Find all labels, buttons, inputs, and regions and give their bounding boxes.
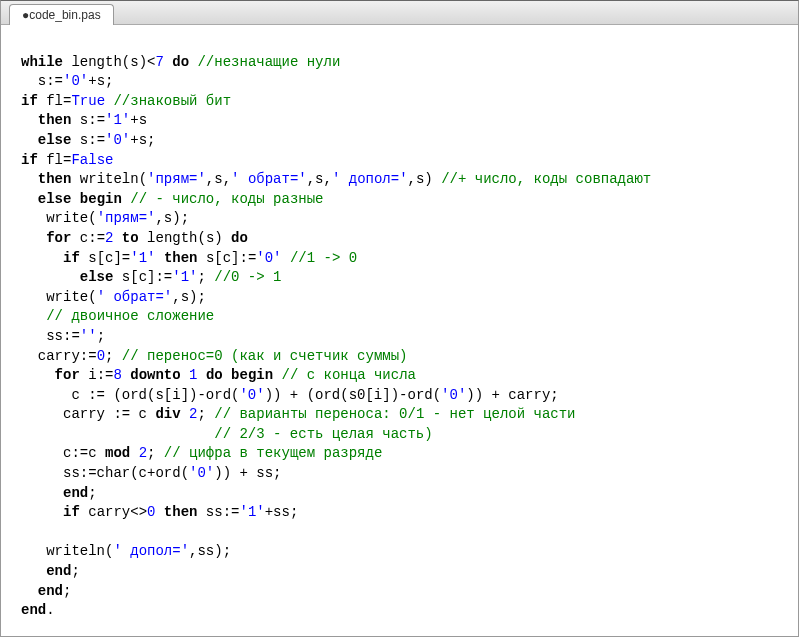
token-plain [164, 54, 172, 70]
token-plain: s[c]:= [197, 250, 256, 266]
token-bool: False [71, 152, 113, 168]
token-kw: for [46, 230, 71, 246]
tab-code-bin[interactable]: ●code_bin.pas [9, 4, 114, 25]
token-plain: ,s); [172, 289, 206, 305]
token-plain: i:= [80, 367, 114, 383]
token-plain [21, 426, 214, 442]
token-str: 'прям=' [147, 171, 206, 187]
token-kw: downto [130, 367, 180, 383]
token-str: '0' [239, 387, 264, 403]
code-line: ss:=''; [21, 327, 798, 347]
token-plain: ; [197, 269, 214, 285]
token-plain [155, 250, 163, 266]
token-kw: end [38, 583, 63, 599]
code-line: end. [21, 601, 798, 621]
token-num: 7 [155, 54, 163, 70]
token-plain: fl= [38, 152, 72, 168]
token-plain: s[c]:= [113, 269, 172, 285]
token-plain [122, 191, 130, 207]
token-plain [223, 367, 231, 383]
token-plain [71, 191, 79, 207]
code-line: carry:=0; // перенос=0 (как и счетчик су… [21, 347, 798, 367]
token-plain [197, 367, 205, 383]
token-plain: s:= [21, 73, 63, 89]
token-plain: c := (ord(s[i])-ord( [21, 387, 239, 403]
code-line: carry := c div 2; // варианты переноса: … [21, 405, 798, 425]
code-line: c := (ord(s[i])-ord('0')) + (ord(s0[i])-… [21, 386, 798, 406]
token-plain: s:= [71, 112, 105, 128]
code-line: ss:=char(c+ord('0')) + ss; [21, 464, 798, 484]
token-plain [21, 191, 38, 207]
token-cm: //0 -> 1 [214, 269, 281, 285]
code-line: then s:='1'+s [21, 111, 798, 131]
token-plain [21, 563, 46, 579]
token-plain: )) + ss; [214, 465, 281, 481]
token-cm: // двоичное сложение [46, 308, 214, 324]
token-num: 0 [97, 348, 105, 364]
code-line: end; [21, 484, 798, 504]
token-cm: // с конца числа [282, 367, 416, 383]
token-plain: ; [105, 348, 122, 364]
code-line [21, 523, 798, 543]
token-str: 'прям=' [97, 210, 156, 226]
token-kw: else [80, 269, 114, 285]
token-str: ' допол=' [113, 543, 189, 559]
code-line: end; [21, 582, 798, 602]
token-str: ' допол=' [332, 171, 408, 187]
token-str: '' [80, 328, 97, 344]
token-plain: carry:= [21, 348, 97, 364]
token-kw: begin [80, 191, 122, 207]
token-str: '1' [172, 269, 197, 285]
token-str: '1' [239, 504, 264, 520]
token-plain: ss:=char(c+ord( [21, 465, 189, 481]
code-line: if s[c]='1' then s[c]:='0' //1 -> 0 [21, 249, 798, 269]
token-str: '0' [256, 250, 281, 266]
token-cm: // перенос=0 (как и счетчик суммы) [122, 348, 408, 364]
code-line: while length(s)<7 do //незначащие нули [21, 53, 798, 73]
token-kw: if [21, 152, 38, 168]
code-line: for c:=2 to length(s) do [21, 229, 798, 249]
token-plain [21, 485, 63, 501]
token-cm: // 2/3 - есть целая часть) [214, 426, 432, 442]
token-str: '1' [130, 250, 155, 266]
token-kw: then [38, 171, 72, 187]
token-kw: end [46, 563, 71, 579]
token-plain: carry<> [80, 504, 147, 520]
token-kw: div [155, 406, 180, 422]
token-str: '1' [105, 112, 130, 128]
code-line [21, 33, 798, 53]
token-plain: )) + carry; [466, 387, 558, 403]
token-plain: c:= [71, 230, 105, 246]
code-line: then writeln('прям=',s,' обрат=',s,' доп… [21, 170, 798, 190]
code-line: // 2/3 - есть целая часть) [21, 425, 798, 445]
token-plain [21, 308, 46, 324]
token-kw: do [172, 54, 189, 70]
token-plain: length(s) [139, 230, 231, 246]
token-plain [21, 132, 38, 148]
token-str: '0' [441, 387, 466, 403]
token-plain: )) + (ord(s0[i])-ord( [265, 387, 441, 403]
code-line: write('прям=',s); [21, 209, 798, 229]
tab-title: ●code_bin.pas [22, 8, 101, 22]
token-cm: //знаковый бит [113, 93, 231, 109]
token-kw: else [38, 191, 72, 207]
token-cm: // варианты переноса: 0/1 - нет целой ча… [214, 406, 575, 422]
token-str: '0' [105, 132, 130, 148]
token-str: ' обрат=' [97, 289, 173, 305]
code-line: else s[c]:='1'; //0 -> 1 [21, 268, 798, 288]
token-plain [273, 367, 281, 383]
token-kw: for [55, 367, 80, 383]
token-plain: length(s)< [63, 54, 155, 70]
token-kw: begin [231, 367, 273, 383]
token-kw: while [21, 54, 63, 70]
token-kw: if [63, 504, 80, 520]
token-cm: //незначащие нули [197, 54, 340, 70]
token-plain [21, 269, 80, 285]
code-editor[interactable]: while length(s)<7 do //незначащие нули s… [1, 25, 798, 636]
token-plain: c:=c [21, 445, 105, 461]
token-plain [21, 250, 63, 266]
token-plain: write( [21, 210, 97, 226]
token-plain [122, 367, 130, 383]
token-plain: ; [197, 406, 214, 422]
code-line: if carry<>0 then ss:='1'+ss; [21, 503, 798, 523]
